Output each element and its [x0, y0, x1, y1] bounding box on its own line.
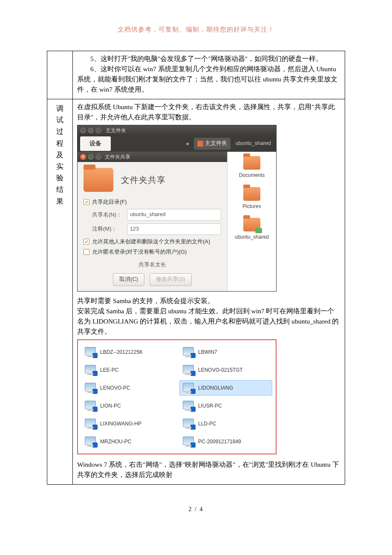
side-c4: 程 — [52, 138, 67, 149]
net-item-3[interactable]: LENOVO-0215TGT — [179, 362, 272, 378]
net-item-0[interactable]: LBDZ--20121225K — [81, 344, 174, 360]
net-label-2: LEE-PC — [100, 366, 118, 374]
computer-icon — [183, 365, 195, 375]
net-item-5[interactable]: LIDONGLIANG — [179, 380, 272, 396]
side-c1: 调 — [52, 103, 67, 114]
share-dialog: × – ▢ 文件夹共享 文件夹共享 共享此 — [78, 152, 228, 291]
net-label-7: LIUSR-PC — [198, 402, 222, 410]
share-warning: 共享名太长 — [84, 260, 221, 269]
computer-icon — [85, 436, 97, 447]
share-heading: 文件夹共享 — [121, 173, 166, 187]
ubuntu-screenshot: × – ▢ 主文件夹 设备 ◂ 主文件夹 ubuntu_shared — [77, 125, 277, 292]
side-c2: 试 — [52, 114, 67, 126]
net-item-4[interactable]: LENOVO-PC — [81, 380, 174, 396]
apply-share-button[interactable]: 修改共享(S) — [150, 273, 192, 286]
pictures-folder-icon — [243, 187, 260, 201]
row1-content: 5、这时打开"我的电脑"会发现多了一个"网络驱动器"，如同我们的硬盘一样。 6、… — [73, 51, 345, 99]
share-comment-input[interactable]: 123 — [127, 223, 221, 235]
windows-network-screenshot: LBDZ--20121225K LBWIN7 LEE-PC LENOVO-021… — [77, 339, 277, 454]
row2-left: 调 试 过 程 及 实 验 结 果 — [47, 99, 73, 485]
net-label-9: LLD-PC — [198, 420, 216, 428]
nautilus-title: 主文件夹 — [106, 127, 126, 135]
row1-p2: 6、这时你可以在 win7 系统里复制几个文件到相应的网络驱动器，然后进入 Ub… — [77, 64, 340, 95]
file-label-pictures: Pictures — [242, 202, 261, 211]
net-label-11: PC-200912171849 — [198, 438, 241, 446]
dialog-max-icon[interactable]: ▢ — [95, 154, 101, 160]
dialog-close-icon[interactable]: × — [80, 154, 86, 160]
side-c7: 验 — [52, 172, 67, 184]
allow-anon-checkbox[interactable] — [84, 249, 89, 255]
share-dialog-titlebar: × – ▢ 文件夹共享 — [78, 152, 227, 162]
computer-icon — [183, 347, 195, 357]
shared-folder-icon — [243, 218, 260, 231]
row2-tail: Windows 7 系统，右击"网络"，选择"映射网络驱动器"，在"浏览"里找到… — [77, 460, 340, 480]
nav-back-icon[interactable]: ◂ — [184, 139, 191, 148]
net-label-0: LBDZ--20121225K — [100, 348, 143, 356]
header-note: 文档供参考，可复制、编制，期待您的好评与关注！ — [0, 26, 392, 34]
row1-p1: 5、这时打开"我的电脑"会发现多了一个"网络驱动器"，如同我们的硬盘一样。 — [77, 54, 340, 64]
breadcrumb-shared[interactable]: ubuntu_shared — [233, 138, 274, 149]
main-table: 5、这时打开"我的电脑"会发现多了一个"网络驱动器"，如同我们的硬盘一样。 6、… — [47, 51, 345, 485]
allow-anon-label: 允许匿名登录(对于没有帐号的用户)(G) — [92, 248, 187, 256]
share-dialog-title: 文件夹共享 — [105, 153, 130, 161]
net-item-1[interactable]: LBWIN7 — [179, 344, 272, 360]
nautilus-titlebar: × – ▢ 主文件夹 — [78, 125, 276, 136]
documents-folder-icon — [243, 156, 260, 170]
allow-write-checkbox[interactable] — [84, 239, 89, 245]
net-item-8[interactable]: LIXINGWANG-HP — [81, 416, 174, 431]
computer-icon — [85, 365, 97, 375]
net-label-6: LION-PC — [100, 402, 121, 410]
row2-intro: 在虚拟系统 Ubuntu 下新建一个文件夹，右击该文件夹，选择属性，共享，启用"… — [77, 102, 340, 122]
row2-content: 在虚拟系统 Ubuntu 下新建一个文件夹，右击该文件夹，选择属性，共享，启用"… — [73, 99, 345, 485]
file-pane: Documents Pictures ubuntu_shared — [228, 152, 276, 291]
share-folder-checkbox[interactable] — [84, 199, 89, 205]
page-number: 2 / 4 — [0, 506, 392, 513]
share-name-input[interactable]: ubuntu_shared — [127, 209, 221, 220]
computer-icon — [183, 436, 195, 447]
file-label-documents: Documents — [239, 171, 265, 179]
computer-icon — [85, 383, 97, 393]
side-c9: 果 — [52, 196, 67, 207]
computer-icon — [85, 401, 97, 411]
net-label-4: LENOVO-PC — [100, 384, 130, 392]
devices-tab[interactable]: 设备 — [80, 136, 111, 151]
minimize-icon[interactable]: – — [88, 127, 94, 133]
net-item-6[interactable]: LION-PC — [81, 398, 174, 413]
file-label-shared: ubuntu_shared — [235, 233, 269, 241]
home-folder-icon — [197, 141, 203, 147]
net-label-10: MRZHOU-PC — [100, 438, 131, 446]
computer-icon — [85, 419, 97, 429]
share-folder-icon — [84, 168, 113, 192]
nautilus-toolbar: 设备 ◂ 主文件夹 ubuntu_shared — [78, 136, 276, 152]
net-label-3: LENOVO-0215TGT — [198, 366, 243, 374]
net-item-11[interactable]: PC-200912171849 — [179, 434, 272, 449]
net-label-8: LIXINGWANG-HP — [100, 420, 141, 428]
net-item-7[interactable]: LIUSR-PC — [179, 398, 272, 413]
cancel-button[interactable]: 取消(C) — [113, 273, 144, 286]
row1-left — [47, 51, 73, 99]
side-c5: 及 — [52, 149, 67, 161]
share-comment-label: 注释(M)： — [92, 225, 123, 233]
maximize-icon[interactable]: ▢ — [95, 127, 101, 133]
file-item-shared[interactable]: ubuntu_shared — [235, 218, 269, 241]
close-icon[interactable]: × — [80, 127, 86, 133]
share-folder-label: 共享此目录(F) — [92, 198, 127, 206]
share-name-label: 共享名(N)： — [92, 211, 123, 219]
computer-icon — [85, 347, 97, 357]
side-c6: 实 — [52, 161, 67, 172]
net-item-2[interactable]: LEE-PC — [81, 362, 174, 378]
file-item-documents[interactable]: Documents — [239, 156, 265, 179]
net-item-10[interactable]: MRZHOU-PC — [81, 434, 174, 449]
net-label-1: LBWIN7 — [198, 348, 217, 356]
net-item-9[interactable]: LLD-PC — [179, 416, 272, 431]
breadcrumb-home-label: 主文件夹 — [205, 139, 227, 147]
computer-icon — [183, 383, 195, 393]
row2-mid2: 安装完成 Samba 后，需要重启 ubuntu 才能生效。此时回到 win7 … — [77, 306, 340, 337]
file-item-pictures[interactable]: Pictures — [242, 187, 261, 211]
side-c3: 过 — [52, 126, 67, 137]
computer-icon — [183, 401, 195, 411]
net-label-5: LIDONGLIANG — [198, 384, 233, 392]
breadcrumb-home[interactable]: 主文件夹 — [194, 138, 231, 149]
computer-icon — [183, 419, 195, 429]
dialog-min-icon[interactable]: – — [88, 154, 94, 160]
